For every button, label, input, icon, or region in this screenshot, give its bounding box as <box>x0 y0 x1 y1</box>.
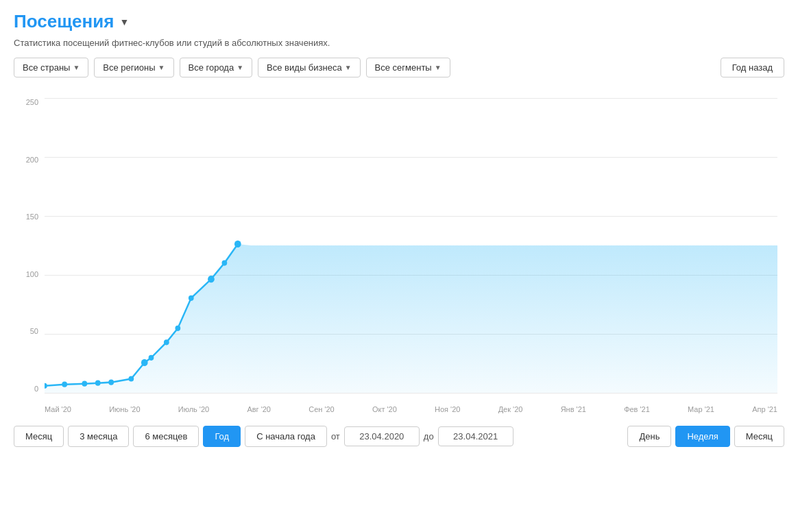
dot-9 <box>164 339 169 345</box>
chart-svg <box>45 98 777 393</box>
filter-countries[interactable]: Все страны ▼ <box>14 58 88 77</box>
filters-row: Все страны ▼ Все регионы ▼ Все города ▼ … <box>14 58 784 77</box>
x-label-jul20: Июль '20 <box>178 405 209 413</box>
dot-3 <box>82 381 87 387</box>
to-date-input[interactable] <box>438 426 513 446</box>
period-6month-btn[interactable]: 6 месяцев <box>133 426 199 447</box>
title-dropdown-arrow[interactable]: ▼ <box>119 16 129 27</box>
granularity-week-btn[interactable]: Неделя <box>675 426 729 447</box>
dot-13 <box>222 261 228 266</box>
filter-segments[interactable]: Все сегменты ▼ <box>366 58 450 77</box>
dot-8 <box>149 355 154 361</box>
filter-segments-arrow: ▼ <box>435 64 442 71</box>
x-axis-labels: Май '20 Июнь '20 Июль '20 Авг '20 Сен '2… <box>45 405 777 413</box>
x-label-apr21: Апр '21 <box>752 405 777 413</box>
filter-countries-arrow: ▼ <box>73 64 80 71</box>
x-label-sep20: Сен '20 <box>309 405 335 413</box>
x-label-oct20: Окт '20 <box>372 405 397 413</box>
from-label: от <box>331 431 340 442</box>
dot-7 <box>141 359 148 366</box>
chart-area: 250 200 150 100 50 0 <box>14 91 784 420</box>
dot-11 <box>189 295 194 301</box>
filter-business-arrow: ▼ <box>345 64 352 71</box>
y-label-150: 150 <box>26 213 41 221</box>
granularity-day-btn[interactable]: День <box>627 426 671 447</box>
x-label-jan21: Янв '21 <box>561 405 586 413</box>
y-label-100: 100 <box>26 270 41 278</box>
grid-line-0 <box>45 393 777 394</box>
to-label: до <box>424 431 434 442</box>
filter-business[interactable]: Все виды бизнеса ▼ <box>258 58 360 77</box>
x-label-dec20: Дек '20 <box>498 405 523 413</box>
dot-2 <box>62 382 67 387</box>
x-label-may20: Май '20 <box>45 405 71 413</box>
x-label-feb21: Фев '21 <box>624 405 650 413</box>
page-title: Посещения <box>14 11 114 32</box>
year-back-button[interactable]: Год назад <box>721 58 784 77</box>
dot-4 <box>95 380 101 386</box>
y-label-0: 0 <box>34 385 41 393</box>
dot-12 <box>208 276 215 282</box>
x-label-mar21: Мар '21 <box>688 405 714 413</box>
period-month-btn[interactable]: Месяц <box>14 426 64 447</box>
dot-10 <box>175 326 180 331</box>
y-label-200: 200 <box>26 156 41 164</box>
x-label-aug20: Авг '20 <box>247 405 271 413</box>
filter-cities[interactable]: Все города ▼ <box>180 58 253 77</box>
bottom-controls: Месяц 3 месяца 6 месяцев Год С начала го… <box>14 426 784 447</box>
y-label-50: 50 <box>30 327 41 335</box>
y-label-250: 250 <box>26 98 41 106</box>
filter-regions[interactable]: Все регионы ▼ <box>94 58 173 77</box>
chart-container: 250 200 150 100 50 0 <box>14 91 784 420</box>
svg-marker-0 <box>45 244 777 393</box>
granularity-month-btn[interactable]: Месяц <box>734 426 784 447</box>
period-3month-btn[interactable]: 3 месяца <box>68 426 129 447</box>
filter-cities-arrow: ▼ <box>237 64 243 71</box>
dot-5 <box>108 380 114 385</box>
filter-regions-arrow: ▼ <box>158 64 165 71</box>
x-label-jun20: Июнь '20 <box>109 405 140 413</box>
from-date-input[interactable] <box>344 426 420 446</box>
dot-peak <box>234 241 241 247</box>
dot-6 <box>128 376 134 381</box>
x-label-nov20: Ноя '20 <box>435 405 460 413</box>
subtitle: Статистика посещений фитнес-клубов или с… <box>14 38 784 48</box>
period-year-btn[interactable]: Год <box>203 426 241 447</box>
period-ytd-btn[interactable]: С начала года <box>245 426 327 447</box>
y-axis: 250 200 150 100 50 0 <box>14 98 41 393</box>
